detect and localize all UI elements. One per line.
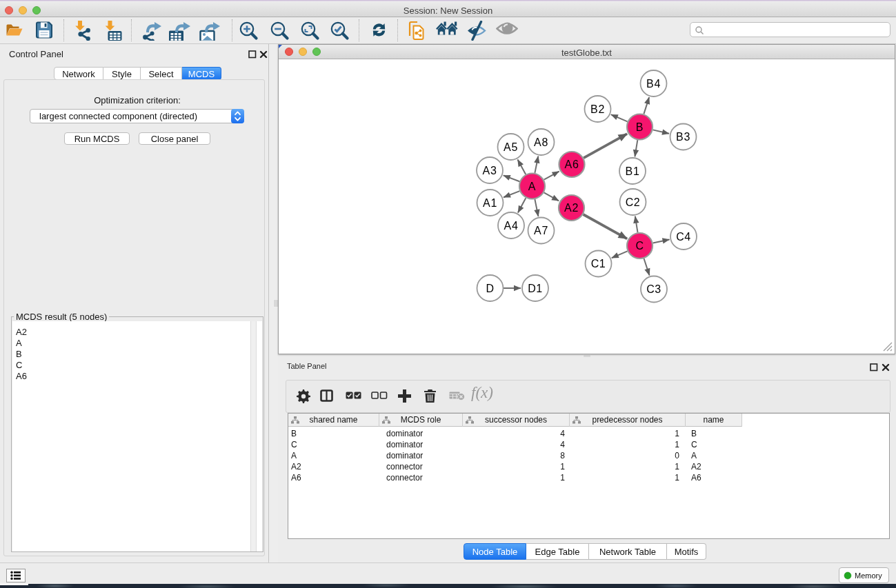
- svg-text:A6: A6: [565, 159, 579, 170]
- svg-text:C2: C2: [626, 196, 641, 208]
- svg-text:B4: B4: [646, 78, 661, 90]
- svg-text:C: C: [635, 240, 644, 252]
- svg-text:A4: A4: [504, 220, 519, 232]
- svg-text:B2: B2: [590, 103, 605, 115]
- svg-text:C3: C3: [646, 283, 661, 295]
- svg-text:D1: D1: [528, 283, 543, 294]
- svg-text:A8: A8: [534, 136, 548, 148]
- svg-text:A3: A3: [483, 165, 497, 176]
- svg-text:D: D: [486, 283, 494, 294]
- svg-text:A: A: [528, 181, 536, 192]
- svg-text:A5: A5: [504, 141, 518, 153]
- svg-text:A2: A2: [564, 202, 579, 214]
- svg-text:A7: A7: [534, 225, 548, 236]
- svg-text:B1: B1: [626, 165, 640, 177]
- svg-text:B: B: [636, 121, 644, 133]
- svg-text:A1: A1: [483, 197, 497, 209]
- svg-text:C4: C4: [676, 231, 691, 243]
- svg-text:C1: C1: [591, 258, 606, 270]
- svg-text:B3: B3: [676, 131, 690, 143]
